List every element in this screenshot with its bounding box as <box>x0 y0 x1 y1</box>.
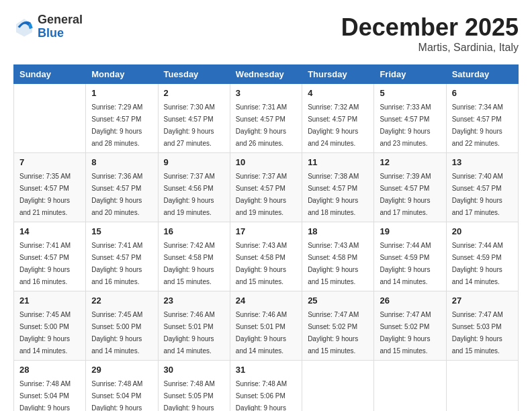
calendar-cell <box>14 84 86 153</box>
title-block: December 2025 Martis, Sardinia, Italy <box>341 13 519 54</box>
day-number: 7 <box>19 157 80 167</box>
day-info: Sunrise: 7:30 AMSunset: 4:57 PMDaylight:… <box>164 103 215 147</box>
day-number: 26 <box>380 295 440 306</box>
day-info: Sunrise: 7:32 AMSunset: 4:57 PMDaylight:… <box>308 103 359 147</box>
calendar-week-row: 14 Sunrise: 7:41 AMSunset: 4:57 PMDaylig… <box>14 222 519 291</box>
logo-icon <box>13 16 35 38</box>
col-header-sunday: Sunday <box>14 65 86 84</box>
calendar-cell: 4 Sunrise: 7:32 AMSunset: 4:57 PMDayligh… <box>302 84 374 153</box>
calendar-cell: 29 Sunrise: 7:48 AMSunset: 5:04 PMDaylig… <box>86 361 158 412</box>
day-info: Sunrise: 7:43 AMSunset: 4:58 PMDaylight:… <box>236 242 287 285</box>
calendar-cell: 2 Sunrise: 7:30 AMSunset: 4:57 PMDayligh… <box>158 84 230 153</box>
calendar-cell: 23 Sunrise: 7:46 AMSunset: 5:01 PMDaylig… <box>158 291 230 361</box>
calendar-cell: 6 Sunrise: 7:34 AMSunset: 4:57 PMDayligh… <box>446 84 518 153</box>
day-number: 28 <box>19 365 80 375</box>
calendar-cell <box>302 361 374 412</box>
day-number: 3 <box>236 88 296 98</box>
day-info: Sunrise: 7:42 AMSunset: 4:58 PMDaylight:… <box>164 242 215 285</box>
calendar-cell: 24 Sunrise: 7:46 AMSunset: 5:01 PMDaylig… <box>230 291 302 361</box>
calendar-cell: 8 Sunrise: 7:36 AMSunset: 4:57 PMDayligh… <box>86 153 158 222</box>
calendar-cell: 31 Sunrise: 7:48 AMSunset: 5:06 PMDaylig… <box>230 361 302 412</box>
calendar-cell: 30 Sunrise: 7:48 AMSunset: 5:05 PMDaylig… <box>158 361 230 412</box>
day-info: Sunrise: 7:47 AMSunset: 5:03 PMDaylight:… <box>452 311 503 355</box>
day-info: Sunrise: 7:47 AMSunset: 5:02 PMDaylight:… <box>380 311 431 355</box>
calendar-cell: 5 Sunrise: 7:33 AMSunset: 4:57 PMDayligh… <box>374 84 446 153</box>
calendar-week-row: 1 Sunrise: 7:29 AMSunset: 4:57 PMDayligh… <box>14 84 519 153</box>
day-number: 8 <box>91 157 152 167</box>
day-number: 17 <box>236 226 296 236</box>
day-number: 30 <box>164 365 224 375</box>
day-number: 22 <box>91 295 152 306</box>
calendar-table: SundayMondayTuesdayWednesdayThursdayFrid… <box>13 64 519 411</box>
day-info: Sunrise: 7:44 AMSunset: 4:59 PMDaylight:… <box>452 242 503 285</box>
logo-text: General Blue <box>38 13 83 40</box>
day-info: Sunrise: 7:46 AMSunset: 5:01 PMDaylight:… <box>164 311 215 355</box>
calendar-cell: 19 Sunrise: 7:44 AMSunset: 4:59 PMDaylig… <box>374 222 446 291</box>
location-title: Martis, Sardinia, Italy <box>341 42 519 54</box>
day-number: 14 <box>19 226 80 236</box>
day-info: Sunrise: 7:37 AMSunset: 4:57 PMDaylight:… <box>236 173 287 216</box>
day-info: Sunrise: 7:43 AMSunset: 4:58 PMDaylight:… <box>308 242 359 285</box>
calendar-cell <box>446 361 518 412</box>
day-number: 21 <box>19 295 80 306</box>
month-title: December 2025 <box>341 13 519 42</box>
day-number: 9 <box>164 157 224 167</box>
day-number: 4 <box>308 88 368 98</box>
calendar-week-row: 28 Sunrise: 7:48 AMSunset: 5:04 PMDaylig… <box>14 361 519 412</box>
day-number: 12 <box>380 157 440 167</box>
col-header-saturday: Saturday <box>446 65 518 84</box>
day-number: 29 <box>91 365 152 375</box>
calendar-cell: 27 Sunrise: 7:47 AMSunset: 5:03 PMDaylig… <box>446 291 518 361</box>
day-number: 15 <box>91 226 152 236</box>
day-info: Sunrise: 7:48 AMSunset: 5:04 PMDaylight:… <box>91 380 142 411</box>
calendar-week-row: 21 Sunrise: 7:45 AMSunset: 5:00 PMDaylig… <box>14 291 519 361</box>
day-info: Sunrise: 7:33 AMSunset: 4:57 PMDaylight:… <box>380 103 431 147</box>
day-info: Sunrise: 7:45 AMSunset: 5:00 PMDaylight:… <box>19 311 71 355</box>
day-info: Sunrise: 7:41 AMSunset: 4:57 PMDaylight:… <box>91 242 142 285</box>
calendar-cell: 28 Sunrise: 7:48 AMSunset: 5:04 PMDaylig… <box>14 361 86 412</box>
calendar-header-row: SundayMondayTuesdayWednesdayThursdayFrid… <box>14 65 519 84</box>
logo-general-text: General <box>38 13 83 27</box>
calendar-cell: 22 Sunrise: 7:45 AMSunset: 5:00 PMDaylig… <box>86 291 158 361</box>
calendar-cell: 10 Sunrise: 7:37 AMSunset: 4:57 PMDaylig… <box>230 153 302 222</box>
day-number: 13 <box>452 157 513 167</box>
calendar-cell: 13 Sunrise: 7:40 AMSunset: 4:57 PMDaylig… <box>446 153 518 222</box>
day-number: 19 <box>380 226 440 236</box>
calendar-cell: 11 Sunrise: 7:38 AMSunset: 4:57 PMDaylig… <box>302 153 374 222</box>
day-info: Sunrise: 7:37 AMSunset: 4:56 PMDaylight:… <box>164 173 215 216</box>
day-info: Sunrise: 7:48 AMSunset: 5:04 PMDaylight:… <box>19 380 71 411</box>
day-info: Sunrise: 7:46 AMSunset: 5:01 PMDaylight:… <box>236 311 287 355</box>
calendar-cell: 17 Sunrise: 7:43 AMSunset: 4:58 PMDaylig… <box>230 222 302 291</box>
calendar-cell <box>374 361 446 412</box>
calendar-cell: 20 Sunrise: 7:44 AMSunset: 4:59 PMDaylig… <box>446 222 518 291</box>
calendar-cell: 1 Sunrise: 7:29 AMSunset: 4:57 PMDayligh… <box>86 84 158 153</box>
calendar-cell: 14 Sunrise: 7:41 AMSunset: 4:57 PMDaylig… <box>14 222 86 291</box>
day-info: Sunrise: 7:44 AMSunset: 4:59 PMDaylight:… <box>380 242 431 285</box>
day-number: 25 <box>308 295 368 306</box>
day-info: Sunrise: 7:34 AMSunset: 4:57 PMDaylight:… <box>452 103 503 147</box>
day-info: Sunrise: 7:41 AMSunset: 4:57 PMDaylight:… <box>19 242 71 285</box>
calendar-week-row: 7 Sunrise: 7:35 AMSunset: 4:57 PMDayligh… <box>14 153 519 222</box>
col-header-friday: Friday <box>374 65 446 84</box>
day-info: Sunrise: 7:45 AMSunset: 5:00 PMDaylight:… <box>91 311 142 355</box>
calendar-cell: 12 Sunrise: 7:39 AMSunset: 4:57 PMDaylig… <box>374 153 446 222</box>
day-number: 5 <box>380 88 440 98</box>
calendar-cell: 26 Sunrise: 7:47 AMSunset: 5:02 PMDaylig… <box>374 291 446 361</box>
calendar-cell: 3 Sunrise: 7:31 AMSunset: 4:57 PMDayligh… <box>230 84 302 153</box>
calendar-cell: 7 Sunrise: 7:35 AMSunset: 4:57 PMDayligh… <box>14 153 86 222</box>
calendar-cell: 9 Sunrise: 7:37 AMSunset: 4:56 PMDayligh… <box>158 153 230 222</box>
day-number: 11 <box>308 157 368 167</box>
day-number: 20 <box>452 226 513 236</box>
logo: General Blue <box>13 13 83 40</box>
col-header-tuesday: Tuesday <box>158 65 230 84</box>
col-header-wednesday: Wednesday <box>230 65 302 84</box>
calendar-cell: 15 Sunrise: 7:41 AMSunset: 4:57 PMDaylig… <box>86 222 158 291</box>
day-info: Sunrise: 7:40 AMSunset: 4:57 PMDaylight:… <box>452 173 503 216</box>
day-number: 31 <box>236 365 296 375</box>
logo-blue-text: Blue <box>38 27 83 40</box>
day-info: Sunrise: 7:48 AMSunset: 5:05 PMDaylight:… <box>164 380 215 411</box>
col-header-monday: Monday <box>86 65 158 84</box>
calendar-cell: 18 Sunrise: 7:43 AMSunset: 4:58 PMDaylig… <box>302 222 374 291</box>
page-header: General Blue December 2025 Martis, Sardi… <box>13 13 519 54</box>
day-number: 16 <box>164 226 224 236</box>
